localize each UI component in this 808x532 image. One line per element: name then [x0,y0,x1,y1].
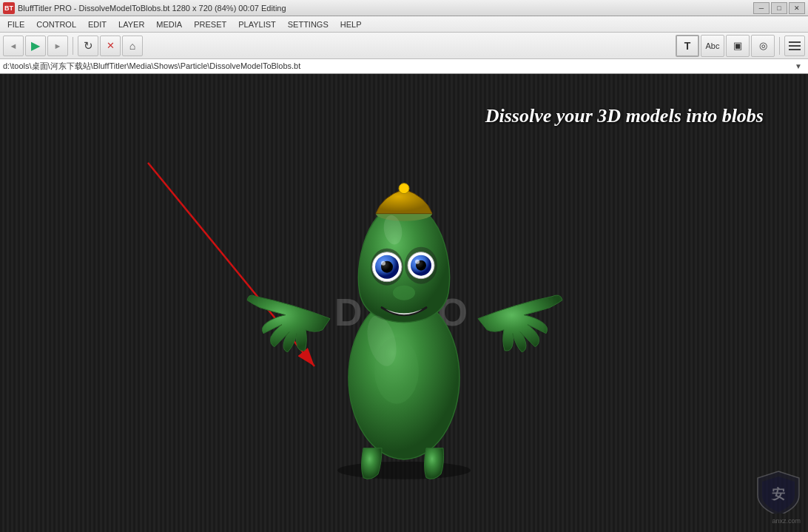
menu-playlist[interactable]: PLAYLIST [232,16,282,32]
svg-point-5 [399,183,409,193]
toolbar-separator-1 [73,37,73,55]
menu-layer[interactable]: LAYER [112,16,150,32]
menu-help[interactable]: HELP [334,16,368,32]
menu-media[interactable]: MEDIA [150,16,188,32]
title-bar: BT BluffTitler PRO - DissolveModelToBlob… [0,0,808,16]
menu-preset[interactable]: PRESET [188,16,232,32]
menu-edit[interactable]: EDIT [82,16,112,32]
text-tool-button[interactable]: T [676,35,699,57]
refresh-button[interactable]: ↻ [78,36,98,56]
watermark-shield-icon: 安 [756,469,801,514]
image-tool-button[interactable]: ▣ [726,35,750,57]
back-button[interactable]: ◄ [3,36,24,56]
address-expand-button[interactable]: ▼ [792,62,805,70]
menu-button[interactable] [784,36,805,56]
play-button[interactable]: ▶ [25,36,46,56]
toolbar: ◄ ▶ ► ↻ ✕ ⌂ T Abc ▣ ◎ [0,33,808,59]
overlay-title: Dissolve your 3D models into blobs [485,105,764,127]
svg-point-11 [381,260,386,265]
forward-button[interactable]: ► [47,36,68,56]
title-bar-controls: ─ □ ✕ [753,2,805,14]
abc-tool-button[interactable]: Abc [701,35,724,57]
hamburger-line-1 [789,41,801,43]
address-path: d:\tools\桌面\河东下载站\BluffTitler\Media\Show… [3,61,300,72]
3d-character [234,155,574,483]
svg-point-15 [415,259,420,263]
toolbar-separator-2 [779,37,780,55]
toolbar-right: T Abc ▣ ◎ [676,35,805,57]
home-button[interactable]: ⌂ [122,36,143,56]
svg-point-16 [393,285,415,300]
menu-bar: FILE CONTROL EDIT LAYER MEDIA PRESET PLA… [0,16,808,33]
hamburger-line-2 [789,45,801,47]
svg-text:安: 安 [771,486,785,502]
title-bar-text: BluffTitler PRO - DissolveModelToBlobs.b… [18,4,753,13]
maximize-button[interactable]: □ [771,2,787,14]
watermark-text: anxz.com [756,517,801,525]
canvas-area: Dissolve your 3D models into blobs DEMO [0,74,808,532]
menu-file[interactable]: FILE [1,16,30,32]
stop-button[interactable]: ✕ [100,36,121,56]
menu-control[interactable]: CONTROL [30,16,82,32]
circle-tool-button[interactable]: ◎ [751,35,775,57]
hamburger-line-3 [789,49,801,50]
menu-settings[interactable]: SETTINGS [282,16,334,32]
address-bar: d:\tools\桌面\河东下载站\BluffTitler\Media\Show… [0,59,808,74]
close-button[interactable]: ✕ [789,2,805,14]
app-icon: BT [3,2,15,14]
svg-point-2 [337,461,471,479]
minimize-button[interactable]: ─ [753,2,770,14]
watermark: 安 anxz.com [756,469,801,525]
